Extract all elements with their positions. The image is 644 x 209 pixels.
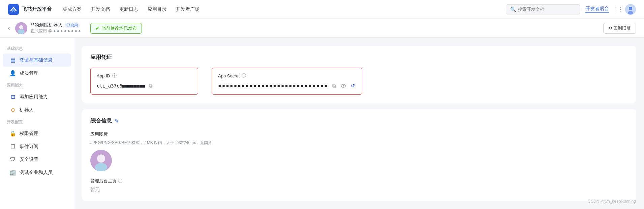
avatar-image [625, 4, 636, 15]
nav-item-3[interactable]: 更新日志 [119, 6, 138, 12]
sidebar-label-permissions: 权限管理 [20, 131, 38, 137]
sidebar-item-test-enterprise[interactable]: 🏢 测试企业和人员 [3, 166, 71, 179]
mgmt-url-value: 暂无 [90, 187, 628, 193]
sidebar-label-robot: 机器人 [20, 107, 34, 113]
svg-point-6 [18, 29, 25, 34]
user-avatar[interactable] [625, 4, 636, 15]
nav-item-1[interactable]: 集成方案 [63, 6, 82, 12]
app-secret-label-row: App Secret ⓘ [218, 73, 356, 79]
sidebar-item-permissions[interactable]: 🔒 权限管理 [3, 127, 71, 140]
nav-links: 集成方案 开发文档 更新日志 应用目录 开发者广场 [63, 6, 506, 12]
test-enterprise-icon: 🏢 [9, 169, 16, 176]
search-box[interactable]: 🔍 [506, 4, 580, 14]
app-id-value-row: cli_a37c6■■■■■■■■ ⧉ [97, 82, 192, 90]
mgmt-url-section: 管理后台主页 ⓘ 暂无 [90, 178, 628, 193]
dev-console-button[interactable]: 开发者后台 [585, 6, 609, 13]
sidebar: 基础信息 ▤ 凭证与基础信息 👤 成员管理 应用能力 ⊞ 添加应用能力 ⊙ 机器… [0, 38, 74, 209]
credential-card: 应用凭证 App ID ⓘ cli_a37c6■■■■■■■■ ⧉ [82, 46, 636, 103]
edit-icon[interactable]: ✎ [115, 118, 119, 124]
app-id-copy-button[interactable]: ⧉ [148, 82, 153, 90]
svg-point-2 [629, 7, 632, 10]
sidebar-item-members[interactable]: 👤 成员管理 [3, 67, 71, 80]
credentials-grid: App ID ⓘ cli_a37c6■■■■■■■■ ⧉ App Secret … [90, 68, 628, 95]
sidebar-label-events: 事件订阅 [20, 144, 38, 150]
check-icon: ✔ [95, 25, 100, 31]
mgmt-url-label: 管理后台主页 ⓘ [90, 178, 628, 184]
comprehensive-info-header: 综合信息 ✎ [90, 117, 628, 125]
logo-area: 飞书开放平台 [8, 4, 52, 15]
app-avatar-image [15, 22, 27, 34]
app-icon-preview[interactable] [90, 150, 112, 171]
eye-icon [341, 83, 346, 89]
app-status-badge: 已启用 [65, 23, 80, 28]
logo-icon [8, 4, 19, 15]
svg-point-8 [343, 85, 344, 86]
published-badge: ✔ 当前修改均已发布 [90, 23, 142, 34]
sidebar-item-security[interactable]: 🛡 安全设置 [3, 153, 71, 166]
credential-card-title: 应用凭证 [90, 54, 628, 61]
mgmt-url-info-icon[interactable]: ⓘ [118, 178, 122, 184]
security-icon: 🛡 [9, 156, 16, 163]
app-icon-label: 应用图标 [90, 131, 628, 137]
sidebar-label-test-enterprise: 测试企业和人员 [20, 170, 53, 176]
add-capability-icon: ⊞ [9, 94, 16, 100]
topnav: 飞书开放平台 集成方案 开发文档 更新日志 应用目录 开发者广场 🔍 开发者后台… [0, 0, 644, 19]
app-secret-refresh-button[interactable]: ↺ [350, 82, 356, 90]
app-info: **的测试机器人 已启用 正式应用 @ ● ● ● ● ● ● ● ● [15, 22, 81, 34]
app-id-info-icon[interactable]: ⓘ [112, 73, 117, 79]
app-secret-value-row: ●●●●●●●●●●●●●●●●●●●●●●●●●●●● ⧉ ↺ [218, 82, 356, 90]
grid-icon[interactable]: ⋮⋮ [614, 6, 621, 13]
app-icon-hint: JPEG/PNG/SVG/BMP 格式，2 MB 以内，大于 240*240 p… [90, 140, 628, 146]
back-button[interactable]: ‹ [8, 25, 10, 31]
rollback-label: 回到旧版 [613, 25, 631, 31]
sidebar-label-security: 安全设置 [20, 156, 38, 163]
app-secret-copy-button[interactable]: ⧉ [332, 82, 337, 90]
main-content: 应用凭证 App ID ⓘ cli_a37c6■■■■■■■■ ⧉ [74, 38, 644, 209]
sidebar-item-events[interactable]: ☐ 事件订阅 [3, 140, 71, 153]
watermark: CSDN @tyh_keepRunning [588, 199, 636, 204]
mgmt-url-label-text: 管理后台主页 [90, 178, 117, 184]
members-icon: 👤 [9, 70, 16, 76]
app-avatar [15, 22, 27, 34]
app-id-field: App ID ⓘ cli_a37c6■■■■■■■■ ⧉ [90, 68, 198, 95]
sidebar-item-credentials[interactable]: ▤ 凭证与基础信息 [3, 54, 71, 67]
app-secret-masked: ●●●●●●●●●●●●●●●●●●●●●●●●●●●● [218, 83, 328, 89]
app-secret-info-icon[interactable]: ⓘ [242, 73, 246, 79]
app-name-row: **的测试机器人 已启用 [31, 22, 81, 28]
app-secret-label: App Secret [218, 73, 240, 78]
credentials-icon: ▤ [9, 57, 16, 63]
rollback-icon: ⟲ [608, 26, 612, 31]
comprehensive-info-title: 综合信息 [90, 117, 112, 125]
app-secret-reveal-button[interactable] [340, 82, 347, 89]
nav-item-4[interactable]: 应用目录 [148, 6, 166, 12]
comprehensive-info-card: 综合信息 ✎ 应用图标 JPEG/PNG/SVG/BMP 格式，2 MB 以内，… [82, 109, 636, 201]
nav-item-2[interactable]: 开发文档 [91, 6, 110, 12]
app-icon-section: 应用图标 JPEG/PNG/SVG/BMP 格式，2 MB 以内，大于 240*… [90, 131, 628, 171]
logo-text: 飞书开放平台 [22, 6, 52, 12]
search-icon: 🔍 [510, 7, 516, 12]
sidebar-section-capability: 应用能力 [0, 80, 74, 90]
svg-point-10 [97, 154, 105, 163]
svg-point-5 [19, 25, 23, 29]
app-name-area: **的测试机器人 已启用 正式应用 @ ● ● ● ● ● ● ● ● [31, 22, 81, 34]
app-id-value: cli_a37c6■■■■■■■■ [97, 83, 145, 89]
svg-point-11 [95, 163, 107, 171]
nav-item-5[interactable]: 开发者广场 [176, 6, 200, 12]
app-subtitle: 正式应用 @ ● ● ● ● ● ● ● ● [31, 28, 81, 34]
app-id-label-row: App ID ⓘ [97, 73, 192, 79]
published-label: 当前修改均已发布 [102, 25, 137, 31]
sidebar-item-add-capability[interactable]: ⊞ 添加应用能力 [3, 90, 71, 103]
events-icon: ☐ [9, 143, 16, 150]
robot-icon: ⊙ [9, 107, 16, 113]
svg-point-3 [628, 11, 633, 14]
page-layout: 基础信息 ▤ 凭证与基础信息 👤 成员管理 应用能力 ⊞ 添加应用能力 ⊙ 机器… [0, 38, 644, 209]
sidebar-label-credentials: 凭证与基础信息 [20, 57, 53, 63]
app-secret-field: App Secret ⓘ ●●●●●●●●●●●●●●●●●●●●●●●●●●●… [212, 68, 362, 95]
rollback-button[interactable]: ⟲ 回到旧版 [603, 23, 636, 34]
sidebar-item-robot[interactable]: ⊙ 机器人 [3, 103, 71, 116]
subheader: ‹ **的测试机器人 已启用 正式应用 @ ● ● ● ● ● ● ● ● ✔ … [0, 19, 644, 38]
sidebar-label-members: 成员管理 [20, 70, 38, 76]
search-input[interactable] [518, 7, 576, 12]
app-name: **的测试机器人 [31, 22, 63, 28]
permissions-icon: 🔒 [9, 130, 16, 137]
